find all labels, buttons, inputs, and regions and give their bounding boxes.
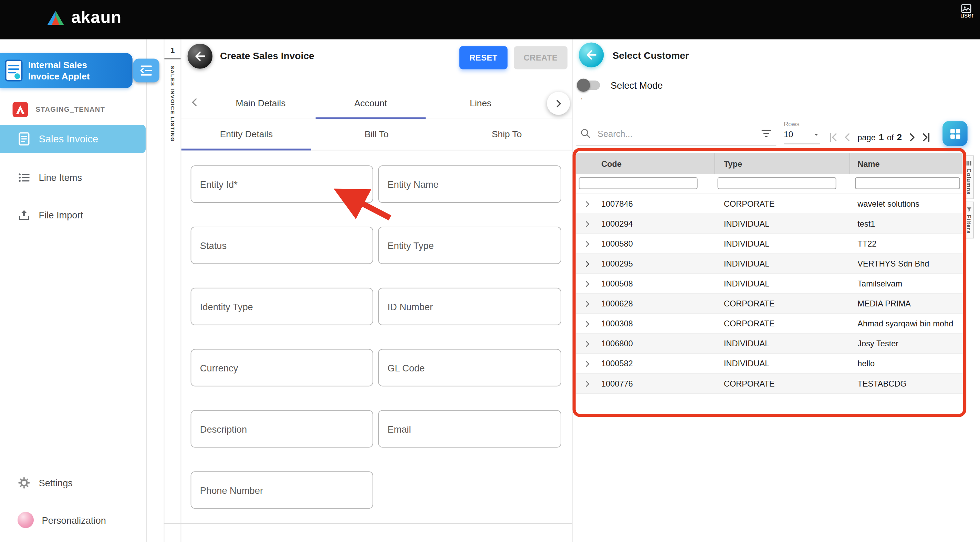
- listing-tab-strip[interactable]: 1 SALES INVOICE LISTING: [164, 39, 181, 542]
- subtab-ship-to[interactable]: Ship To: [442, 119, 572, 150]
- chevron-right-icon: [552, 97, 565, 109]
- entity-type-field[interactable]: Entity Type: [378, 227, 561, 264]
- code-filter-input[interactable]: [579, 177, 698, 189]
- tabs-scroll-right-button[interactable]: [547, 92, 570, 115]
- table-row[interactable]: 1000776 CORPORATE TESTABCDG: [576, 374, 963, 394]
- create-button[interactable]: CREATE: [514, 46, 568, 69]
- cell-type: INDIVIDUAL: [715, 239, 850, 248]
- gear-icon: [18, 476, 31, 489]
- column-header-code[interactable]: Code: [599, 153, 715, 174]
- tab-main-details[interactable]: Main Details: [205, 87, 315, 119]
- caret-down-icon: [813, 131, 820, 138]
- row-expand-chevron-icon[interactable]: [576, 359, 599, 369]
- previous-page-button[interactable]: [840, 130, 854, 144]
- row-expand-chevron-icon[interactable]: [576, 319, 599, 329]
- currency-field[interactable]: Currency: [191, 349, 373, 387]
- id-number-field[interactable]: ID Number: [378, 288, 561, 325]
- status-field[interactable]: Status: [191, 227, 373, 264]
- row-expand-chevron-icon[interactable]: [576, 279, 599, 288]
- avatar-alt-text: user: [960, 11, 974, 19]
- email-field[interactable]: Email: [378, 410, 561, 448]
- row-expand-chevron-icon[interactable]: [576, 199, 599, 209]
- table-row[interactable]: 1000628 CORPORATE MEDIA PRIMA: [576, 294, 963, 314]
- file-import-icon: [18, 208, 31, 221]
- search-filter-button[interactable]: [760, 127, 772, 139]
- table-row[interactable]: 1000582 INDIVIDUAL hello: [576, 354, 963, 374]
- table-row[interactable]: 1000294 INDIVIDUAL test1: [576, 214, 963, 234]
- table-body: 1007846 CORPORATE wavelet solutions 1000…: [576, 194, 963, 394]
- table-row[interactable]: 1006800 INDIVIDUAL Josy Tester: [576, 334, 963, 354]
- tabs-scroll-left-icon[interactable]: [188, 96, 202, 109]
- tab-account[interactable]: Account: [316, 87, 426, 119]
- row-expand-chevron-icon[interactable]: [576, 219, 599, 229]
- cell-name: MEDIA PRIMA: [850, 299, 963, 308]
- reset-button[interactable]: RESET: [459, 46, 508, 69]
- name-filter-input[interactable]: [855, 177, 960, 189]
- columns-icon: [965, 160, 972, 167]
- tab-lines[interactable]: Lines: [426, 87, 535, 119]
- table-row[interactable]: 1000308 CORPORATE Ahmad syarqawi bin moh…: [576, 314, 963, 334]
- subtab-entity-details[interactable]: Entity Details: [181, 119, 311, 150]
- tenant-icon: [13, 101, 28, 117]
- rows-per-page-control[interactable]: Rows 10: [784, 120, 821, 144]
- identity-type-field[interactable]: Identity Type: [191, 288, 373, 325]
- pagination: page 1 of 2: [826, 129, 933, 146]
- akaun-logo-icon: [46, 9, 65, 26]
- akaun-logo[interactable]: akaun: [46, 8, 122, 27]
- chevron-right-icon: [905, 130, 919, 144]
- total-pages-number: 2: [897, 132, 902, 143]
- panel-bottom-divider: [164, 523, 572, 524]
- toggle-thumb: [577, 78, 590, 92]
- subtab-bill-to[interactable]: Bill To: [312, 119, 442, 150]
- phone-number-field[interactable]: Phone Number: [191, 471, 373, 509]
- main-tabs: Main Details Account Lines: [181, 87, 572, 119]
- sidebar-collapse-button[interactable]: [133, 59, 159, 82]
- row-expand-chevron-icon[interactable]: [576, 239, 599, 249]
- rows-label: Rows: [784, 120, 821, 127]
- description-field[interactable]: Description: [191, 410, 373, 448]
- sidebar-item-file-import[interactable]: File Import: [0, 204, 146, 226]
- sidebar-item-tenant[interactable]: STAGING_TENANT: [0, 99, 105, 119]
- listing-tab-label: SALES INVOICE LISTING: [169, 66, 176, 142]
- cell-name: wavelet solutions: [850, 199, 963, 208]
- listing-tab-number[interactable]: 1: [164, 43, 180, 59]
- close-select-customer-button[interactable]: [579, 42, 604, 67]
- columns-rail-button[interactable]: Columns: [964, 155, 974, 199]
- search-input[interactable]: [597, 128, 760, 139]
- table-row[interactable]: 1000295 INDIVIDUAL VERTHYS Sdn Bhd: [576, 254, 963, 274]
- first-page-button[interactable]: [826, 130, 840, 144]
- gl-code-field[interactable]: GL Code: [378, 349, 561, 387]
- entity-name-field[interactable]: Entity Name: [378, 165, 561, 203]
- row-expand-chevron-icon[interactable]: [576, 258, 599, 269]
- column-header-type[interactable]: Type: [715, 153, 850, 174]
- table-row[interactable]: 1007846 CORPORATE wavelet solutions: [576, 194, 963, 214]
- next-page-button[interactable]: [905, 130, 919, 144]
- back-button[interactable]: [188, 44, 213, 69]
- type-filter-input[interactable]: [718, 177, 837, 189]
- cell-code: 1000776: [599, 379, 715, 388]
- grid-view-button[interactable]: [942, 121, 967, 146]
- cell-code: 1000308: [599, 319, 715, 328]
- column-header-name[interactable]: Name: [850, 153, 963, 174]
- cell-name: VERTHYS Sdn Bhd: [850, 259, 963, 268]
- sidebar-item-label: Settings: [39, 477, 73, 488]
- sidebar-item-settings[interactable]: Settings: [0, 471, 146, 493]
- row-expand-chevron-icon[interactable]: [576, 339, 599, 349]
- sidebar-item-line-items[interactable]: Line Items: [0, 166, 146, 189]
- sidebar-item-personalization[interactable]: Personalization: [0, 509, 146, 531]
- user-avatar[interactable]: user: [960, 4, 974, 19]
- row-expand-chevron-icon[interactable]: [576, 379, 599, 388]
- cell-code: 1000508: [599, 279, 715, 288]
- personalization-avatar: [18, 512, 34, 528]
- last-page-button[interactable]: [920, 130, 933, 144]
- page-word: page: [858, 133, 875, 143]
- select-mode-toggle[interactable]: [578, 80, 600, 89]
- sidebar-item-sales-invoice[interactable]: Sales Invoice: [0, 125, 146, 153]
- filters-rail-button[interactable]: Filters: [964, 201, 974, 238]
- sidebar-item-label: Line Items: [39, 172, 82, 182]
- table-row[interactable]: 1000508 INDIVIDUAL Tamilselvam: [576, 274, 963, 294]
- table-row[interactable]: 1000580 INDIVIDUAL TT22: [576, 234, 963, 254]
- row-expand-chevron-icon[interactable]: [576, 299, 599, 309]
- cell-name: Tamilselvam: [850, 279, 963, 288]
- entity-id-field[interactable]: Entity Id*: [191, 165, 373, 203]
